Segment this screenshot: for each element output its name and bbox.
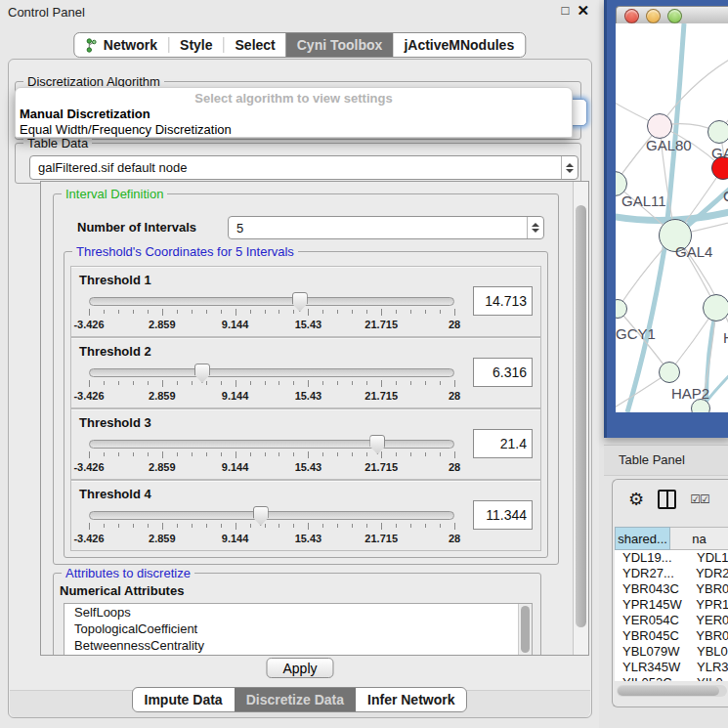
stepper-icon[interactable] [561, 156, 578, 179]
table-cell[interactable]: YPR1 [688, 597, 728, 613]
gear-icon[interactable]: ⚙ [628, 490, 644, 509]
table-cell[interactable]: YBR0 [688, 628, 728, 644]
attribute-item[interactable]: TopologicalCoefficient [64, 621, 532, 637]
table-cell[interactable]: YDR27... [615, 566, 688, 581]
tick-mark [425, 381, 426, 385]
table-data-combobox[interactable]: galFiltered.sif default node [29, 155, 578, 180]
tab-infer-network[interactable]: Infer Network [356, 688, 466, 711]
horizontal-scrollbar-thumb[interactable] [618, 686, 719, 696]
threshold-value-field[interactable]: 6.316 [473, 358, 533, 387]
pane-scrollbar-thumb[interactable] [576, 205, 586, 627]
tick-mark [366, 524, 367, 528]
column-header-name[interactable]: na [670, 527, 728, 550]
tick-mark [192, 452, 193, 456]
dropdown-option-manual-discretization[interactable]: Manual Discretization [20, 107, 150, 121]
table-cell[interactable]: YBL079W [615, 644, 689, 660]
traffic-light-zoom-icon[interactable] [667, 9, 682, 23]
numerical-attributes-list[interactable]: SelfLoopsTopologicalCoefficientBetweenne… [64, 603, 533, 656]
threshold-3-slider[interactable]: -3.4262.8599.14415.4321.71528 [89, 435, 454, 476]
horizontal-scrollbar[interactable] [617, 685, 727, 697]
table-rows[interactable]: YDL19...YDL1YDR27...YDR2YBR043CYBR0YPR14… [615, 550, 728, 681]
number-of-intervals-combobox[interactable]: 5 [228, 216, 544, 239]
pane-scrollbar[interactable] [573, 182, 588, 655]
network-node[interactable] [707, 120, 728, 144]
threshold-coordinates-group: Threshold's Coordinates for 5 Intervals … [64, 251, 548, 558]
slider-track[interactable] [89, 511, 454, 520]
tick-mark [410, 381, 411, 385]
checkbox-icons[interactable]: ☑☑ [690, 492, 709, 506]
attribute-item[interactable]: BetweennessCentrality [64, 637, 532, 654]
table-row[interactable]: YLR345WYLR3 [615, 660, 728, 675]
threshold-value-field[interactable]: 14.713 [473, 286, 533, 316]
tick-mark [440, 381, 441, 385]
table-cell[interactable]: YDL1 [689, 550, 728, 566]
tab-network[interactable]: Network [74, 33, 168, 57]
float-window-icon[interactable]: □ [562, 3, 570, 18]
table-cell[interactable]: YER054C [615, 613, 688, 628]
tick-label: 28 [449, 319, 460, 330]
stepper-icon[interactable] [527, 217, 543, 238]
split-view-icon[interactable] [658, 490, 676, 509]
threshold-value-field[interactable]: 21.4 [473, 429, 533, 458]
list-scrollbar[interactable] [518, 604, 532, 656]
tick-mark [265, 310, 266, 314]
table-cell[interactable]: YLR3 [689, 660, 728, 675]
tab-jactivemnodules[interactable]: jActiveMNodules [393, 33, 525, 57]
network-node[interactable] [659, 362, 680, 383]
tick-mark [410, 452, 411, 456]
tick-mark [221, 524, 222, 528]
table-cell[interactable]: YIL0 [689, 675, 723, 681]
traffic-light-close-icon[interactable] [624, 9, 639, 23]
list-scrollbar-thumb[interactable] [521, 606, 530, 653]
table-cell[interactable]: YBR043C [615, 581, 688, 597]
threshold-2-slider[interactable]: -3.4262.8599.14415.4321.71528 [89, 364, 454, 405]
table-cell[interactable]: YDL19... [615, 550, 689, 566]
table-cell[interactable]: YBL0 [689, 644, 728, 660]
table-row[interactable]: YBL079WYBL0 [615, 644, 728, 660]
network-node[interactable] [703, 294, 728, 321]
threshold-4-slider[interactable]: -3.4262.8599.14415.4321.71528 [89, 506, 454, 547]
tick-label: 15.43 [295, 533, 322, 544]
traffic-light-minimize-icon[interactable] [646, 9, 661, 23]
slider-track[interactable] [89, 368, 454, 377]
tab-cyni-toolbox[interactable]: Cyni Toolbox [286, 33, 394, 57]
tab-label: Discretize Data [246, 692, 344, 707]
close-icon[interactable]: ✕ [577, 3, 589, 18]
network-node[interactable] [647, 113, 672, 139]
table-cell[interactable]: YER0 [688, 613, 728, 628]
table-cell[interactable]: YLR345W [615, 660, 689, 675]
group-title: Interval Definition [62, 187, 167, 201]
table-row[interactable]: YPR145WYPR1 [615, 597, 728, 613]
table-row[interactable]: YDR27...YDR2 [615, 566, 728, 581]
table-row[interactable]: YBR045CYBR0 [615, 628, 728, 644]
tick-mark [177, 381, 178, 385]
table-row[interactable]: YDL19...YDL1 [615, 550, 728, 566]
table-cell[interactable]: YDR2 [688, 566, 728, 581]
slider-track[interactable] [89, 440, 454, 449]
table-row[interactable]: YBR043CYBR0 [615, 581, 728, 597]
tab-style[interactable]: Style [169, 33, 223, 57]
dropdown-placeholder-option[interactable]: Select algorithm to view settings [16, 91, 572, 106]
attribute-item[interactable]: SelfLoops [64, 604, 532, 621]
dropdown-option-equal-width-frequency[interactable]: Equal Width/Frequency Discretization [20, 122, 232, 137]
table-cell[interactable]: YBR0 [688, 581, 728, 597]
tab-impute-data[interactable]: Impute Data [133, 688, 235, 711]
threshold-1-slider[interactable]: -3.4262.8599.14415.4321.71528 [89, 292, 454, 333]
tick-label: 2.859 [149, 533, 176, 544]
table-cell[interactable]: YPR145W [615, 597, 688, 613]
tick-mark [104, 524, 105, 528]
column-header-shared[interactable]: shared... [615, 527, 670, 550]
table-row[interactable]: YIL052CYIL0 [615, 675, 728, 681]
tick-mark [410, 524, 411, 528]
slider-track[interactable] [89, 297, 454, 306]
apply-button[interactable]: Apply [266, 658, 333, 678]
threshold-value-field[interactable]: 11.344 [473, 500, 533, 530]
tick-mark [454, 523, 455, 530]
table-cell[interactable]: YBR045C [615, 628, 688, 644]
table-cell[interactable]: YIL052C [615, 675, 689, 681]
tab-select[interactable]: Select [225, 33, 286, 57]
network-canvas[interactable]: GAL80GACGAL11GAL4GCY1HHAP2 [616, 23, 728, 412]
table-row[interactable]: YER054CYER0 [615, 613, 728, 628]
tab-discretize-data[interactable]: Discretize Data [235, 688, 356, 711]
network-window-titlebar[interactable] [616, 6, 728, 25]
